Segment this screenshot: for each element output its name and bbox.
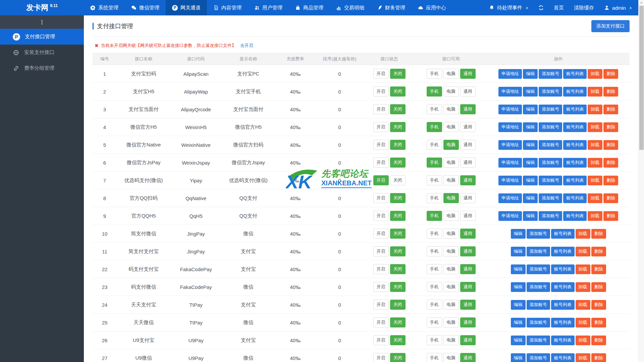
- mode-pc-button[interactable]: 电脑: [443, 300, 459, 310]
- home-link[interactable]: 首页: [554, 5, 564, 11]
- uninstall-button[interactable]: 卸载: [576, 336, 590, 345]
- account-list-button[interactable]: 账号列表: [551, 318, 575, 327]
- uninstall-button[interactable]: 卸载: [588, 140, 602, 150]
- add-account-button[interactable]: 添加账号: [527, 264, 550, 274]
- uninstall-button[interactable]: 卸载: [588, 87, 602, 97]
- open-button[interactable]: 开启: [373, 300, 389, 310]
- add-account-button[interactable]: 添加账号: [539, 211, 562, 221]
- open-button[interactable]: 开启: [373, 246, 389, 256]
- uninstall-button[interactable]: 卸载: [576, 318, 590, 327]
- add-account-button[interactable]: 添加账号: [539, 176, 562, 185]
- account-list-button[interactable]: 账号列表: [551, 300, 575, 310]
- apply-button[interactable]: 申请地址: [498, 87, 522, 97]
- open-button[interactable]: 开启: [373, 193, 389, 203]
- sidebar-item-payment-interfaces[interactable]: P 支付接口管理: [0, 29, 84, 45]
- close-button[interactable]: 关闭: [390, 246, 406, 256]
- account-list-button[interactable]: 账号列表: [563, 158, 587, 168]
- mode-pc-button[interactable]: 电脑: [443, 193, 459, 203]
- delete-button[interactable]: 删除: [591, 318, 606, 327]
- account-list-button[interactable]: 账号列表: [563, 193, 587, 203]
- apply-button[interactable]: 申请地址: [498, 211, 522, 221]
- user-menu[interactable]: admin ∧: [604, 5, 632, 11]
- delete-button[interactable]: 删除: [603, 105, 618, 114]
- edit-button[interactable]: 编辑: [511, 300, 526, 310]
- close-button[interactable]: 关闭: [390, 282, 406, 292]
- mode-universal-button[interactable]: 通用: [460, 300, 476, 310]
- mode-phone-button[interactable]: 手机: [427, 335, 442, 345]
- mode-pc-button[interactable]: 电脑: [443, 335, 459, 345]
- delete-button[interactable]: 删除: [591, 300, 606, 310]
- nav-item-users[interactable]: 用户管理: [248, 0, 289, 15]
- add-account-button[interactable]: 添加账号: [539, 69, 562, 79]
- add-account-button[interactable]: 添加账号: [527, 318, 550, 327]
- apply-button[interactable]: 申请地址: [498, 140, 522, 150]
- edit-button[interactable]: 编辑: [511, 336, 526, 345]
- add-account-button[interactable]: 添加账号: [527, 247, 550, 256]
- mode-phone-button[interactable]: 手机: [427, 69, 442, 79]
- nav-item-finance[interactable]: 财务管理: [371, 0, 412, 15]
- mode-universal-button[interactable]: 通用: [460, 317, 476, 327]
- account-list-button[interactable]: 账号列表: [563, 211, 587, 221]
- mode-phone-button[interactable]: 手机: [427, 353, 442, 362]
- open-button[interactable]: 开启: [373, 264, 389, 274]
- mode-phone-button[interactable]: 手机: [427, 317, 442, 327]
- uninstall-button[interactable]: 卸载: [576, 282, 590, 292]
- edit-button[interactable]: 编辑: [523, 87, 538, 97]
- mode-pc-button[interactable]: 电脑: [443, 282, 459, 292]
- uninstall-button[interactable]: 卸载: [588, 193, 602, 203]
- edit-button[interactable]: 编辑: [511, 247, 526, 256]
- mode-universal-button[interactable]: 通用: [460, 122, 476, 132]
- add-account-button[interactable]: 添加账号: [527, 336, 550, 345]
- nav-item-goods[interactable]: 商品管理: [289, 0, 330, 15]
- close-button[interactable]: 关闭: [390, 86, 406, 97]
- mode-phone-button[interactable]: 手机: [427, 211, 442, 221]
- add-account-button[interactable]: 添加账号: [539, 122, 562, 132]
- mode-universal-button[interactable]: 通用: [460, 335, 476, 345]
- mode-phone-button[interactable]: 手机: [427, 282, 442, 292]
- open-button[interactable]: 开启: [373, 175, 389, 185]
- mode-pc-button[interactable]: 电脑: [443, 229, 459, 239]
- delete-button[interactable]: 删除: [603, 176, 618, 185]
- mode-pc-button[interactable]: 电脑: [443, 104, 459, 114]
- close-button[interactable]: 关闭: [390, 264, 406, 274]
- edit-button[interactable]: 编辑: [523, 193, 538, 203]
- mode-phone-button[interactable]: 手机: [427, 246, 442, 256]
- edit-button[interactable]: 编辑: [523, 176, 538, 185]
- edit-button[interactable]: 编辑: [523, 69, 538, 79]
- edit-button[interactable]: 编辑: [511, 229, 526, 239]
- delete-button[interactable]: 删除: [591, 336, 606, 345]
- close-button[interactable]: 关闭: [390, 300, 406, 310]
- scrollbar-thumb[interactable]: [639, 6, 644, 150]
- nav-item-content[interactable]: 内容管理: [207, 0, 248, 15]
- mode-universal-button[interactable]: 通用: [460, 211, 476, 221]
- open-button[interactable]: 开启: [373, 317, 389, 327]
- open-button[interactable]: 开启: [373, 140, 389, 150]
- sidebar-item-rate-groups[interactable]: 费率分组管理: [0, 60, 84, 76]
- apply-button[interactable]: 申请地址: [498, 158, 522, 168]
- mode-universal-button[interactable]: 通用: [460, 264, 476, 274]
- apply-button[interactable]: 申请地址: [498, 176, 522, 185]
- mode-pc-button[interactable]: 电脑: [443, 69, 459, 79]
- delete-button[interactable]: 删除: [603, 211, 618, 221]
- close-button[interactable]: 关闭: [390, 211, 406, 221]
- add-account-button[interactable]: 添加账号: [527, 229, 550, 239]
- delete-button[interactable]: 删除: [591, 353, 606, 362]
- mode-pc-button[interactable]: 电脑: [443, 317, 459, 327]
- account-list-button[interactable]: 账号列表: [551, 282, 575, 292]
- uninstall-button[interactable]: 卸载: [588, 211, 602, 221]
- account-list-button[interactable]: 账号列表: [563, 69, 587, 79]
- open-button[interactable]: 开启: [373, 158, 389, 168]
- close-button[interactable]: 关闭: [390, 317, 406, 327]
- pending-events-button[interactable]: 待处理事件 ∧: [489, 5, 528, 11]
- add-account-button[interactable]: 添加账号: [539, 140, 562, 150]
- enable-gateway-lock-link[interactable]: 去开启: [240, 43, 253, 49]
- mode-phone-button[interactable]: 手机: [427, 122, 442, 132]
- delete-button[interactable]: 删除: [603, 87, 618, 97]
- open-button[interactable]: 开启: [373, 104, 389, 114]
- account-list-button[interactable]: 账号列表: [551, 229, 575, 239]
- uninstall-button[interactable]: 卸载: [588, 105, 602, 114]
- close-button[interactable]: 关闭: [390, 193, 406, 203]
- edit-button[interactable]: 编辑: [523, 158, 538, 168]
- vertical-scrollbar[interactable]: ▲: [638, 0, 644, 362]
- mode-phone-button[interactable]: 手机: [427, 300, 442, 310]
